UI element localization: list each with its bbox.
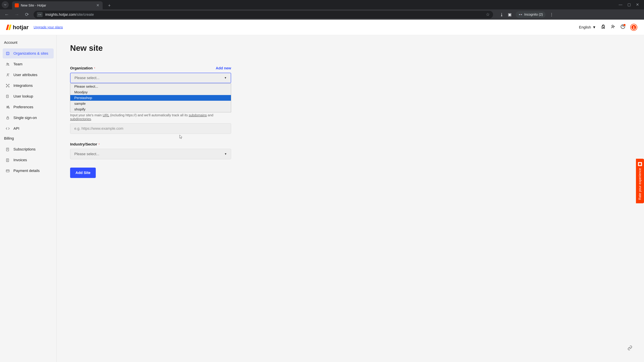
url-help-link[interactable]: URL — [103, 113, 109, 117]
add-site-button[interactable]: Add Site — [70, 168, 96, 178]
subdirectories-help-link[interactable]: subdirectories — [70, 117, 91, 121]
incognito-badge[interactable]: 👓 Incognito (2) — [516, 11, 546, 18]
industry-select[interactable]: Please select... ▼ — [70, 149, 231, 159]
sidebar-item-integrations[interactable]: Integrations — [3, 81, 54, 91]
page-title: New site — [70, 43, 630, 53]
maximize-icon[interactable]: ▢ — [628, 2, 631, 7]
feedback-label: Rate your experience — [638, 168, 642, 200]
reload-button[interactable]: ⟳ — [24, 12, 30, 17]
sidebar-item-subscriptions[interactable]: Subscriptions — [3, 144, 54, 154]
svg-point-2 — [633, 26, 634, 27]
url-bar[interactable]: ⊶ insights.hotjar.com/site/create ☆ — [34, 11, 493, 18]
sidebar: Account Organizations & sites Team — [0, 35, 57, 362]
form-group-organization: Organization * Add new Please select... … — [70, 66, 231, 83]
avatar[interactable] — [630, 24, 637, 31]
bookmark-icon[interactable]: ☆ — [486, 12, 490, 17]
building-icon — [5, 51, 10, 56]
sidebar-item-label: Single sign-on — [14, 116, 37, 120]
dropdown-option-shopify[interactable]: shopify — [70, 106, 231, 112]
header-right: English ▼ — [579, 24, 637, 31]
site-info-icon[interactable]: ⊶ — [37, 12, 42, 17]
upgrade-link[interactable]: Upgrade your plans — [34, 25, 63, 29]
language-label: English — [579, 25, 591, 29]
tab-favicon-icon — [15, 3, 19, 7]
window-controls: — ▢ ✕ — [619, 2, 644, 7]
organization-select[interactable]: Please select... ▼ — [70, 73, 231, 83]
svg-rect-19 — [6, 170, 9, 172]
svg-point-6 — [7, 74, 8, 75]
sidebar-item-label: User lookup — [14, 94, 33, 98]
svg-rect-20 — [639, 163, 641, 165]
sidebar-item-user-attributes[interactable]: User attributes — [3, 70, 54, 80]
user-attributes-icon — [5, 72, 10, 77]
url-text: insights.hotjar.com/site/create — [45, 12, 94, 17]
sidebar-item-organizations[interactable]: Organizations & sites — [3, 48, 54, 58]
site-url-input[interactable] — [70, 123, 231, 134]
reader-icon[interactable]: ▣ — [508, 12, 512, 17]
team-icon — [5, 62, 10, 66]
downloads-icon[interactable]: ⭳ — [500, 12, 504, 17]
select-value: Please select... — [74, 76, 100, 80]
mouse-cursor-icon — [180, 135, 183, 140]
new-tab-button[interactable]: + — [106, 2, 113, 9]
incognito-label: Incognito (2) — [524, 12, 543, 16]
sidebar-item-label: Preferences — [14, 105, 33, 109]
logo-text: hotjar — [13, 24, 28, 30]
subscriptions-icon — [5, 147, 10, 152]
browser-tab[interactable]: New Site - Hotjar ✕ — [12, 1, 103, 9]
required-indicator: * — [94, 67, 95, 70]
help-icon[interactable] — [620, 24, 625, 30]
sidebar-item-sso[interactable]: Single sign-on — [3, 113, 54, 123]
sidebar-item-label: Integrations — [14, 83, 33, 88]
app-body: Account Organizations & sites Team — [0, 35, 644, 362]
sidebar-item-preferences[interactable]: Preferences — [3, 102, 54, 112]
logo-mark-icon — [7, 25, 12, 30]
forward-button[interactable]: → — [14, 12, 20, 17]
subdomains-help-link[interactable]: subdomains — [189, 113, 207, 117]
chevron-down-icon: ▼ — [224, 152, 227, 156]
add-new-organization-link[interactable]: Add new — [216, 66, 231, 70]
sidebar-item-team[interactable]: Team — [3, 59, 54, 69]
browser-menu-icon[interactable]: ⋮ — [550, 12, 554, 17]
label-row: Industry/Sector * — [70, 142, 231, 146]
sidebar-item-label: Organizations & sites — [14, 51, 48, 56]
app-header: hotjar Upgrade your plans English ▼ — [0, 19, 644, 35]
lookup-icon — [5, 94, 10, 99]
dropdown-option-perstashop[interactable]: Perstashop — [70, 95, 231, 101]
language-selector[interactable]: English ▼ — [579, 25, 596, 29]
label-row: Organization * Add new — [70, 66, 231, 70]
svg-point-5 — [8, 63, 9, 64]
close-tab-icon[interactable]: ✕ — [96, 3, 99, 7]
minimize-icon[interactable]: — — [619, 2, 622, 7]
code-icon — [5, 126, 10, 131]
tab-search-button[interactable] — [2, 1, 9, 8]
logo[interactable]: hotjar — [7, 24, 28, 30]
svg-point-10 — [6, 86, 7, 87]
dropdown-option-sample[interactable]: sample — [70, 101, 231, 106]
incognito-icon: 👓 — [518, 12, 522, 16]
card-icon — [5, 168, 10, 173]
close-icon[interactable]: ✕ — [636, 2, 639, 7]
link-icon[interactable] — [626, 344, 634, 352]
sidebar-item-label: Team — [14, 62, 22, 66]
feedback-tab[interactable]: Rate your experience — [636, 159, 644, 203]
sidebar-item-label: API — [14, 126, 19, 131]
chevron-down-icon: ▼ — [224, 76, 227, 79]
sidebar-item-api[interactable]: API — [3, 123, 54, 134]
extensions-icon[interactable] — [601, 24, 606, 30]
svg-point-9 — [8, 84, 9, 85]
sidebar-item-invoices[interactable]: Invoices — [3, 155, 54, 165]
back-button[interactable]: ← — [3, 12, 10, 17]
add-user-icon[interactable] — [611, 24, 616, 30]
invoices-icon — [5, 158, 10, 162]
sidebar-item-payment-details[interactable]: Payment details — [3, 166, 54, 176]
smiley-icon — [638, 162, 642, 166]
dropdown-option-placeholder[interactable]: Please select... — [70, 84, 231, 89]
sidebar-item-user-lookup[interactable]: User lookup — [3, 91, 54, 101]
main-content: New site Organization * Add new Please s… — [57, 35, 644, 362]
sidebar-item-label: Invoices — [14, 158, 27, 162]
dropdown-option-moodjoy[interactable]: Moodjoy — [70, 89, 231, 95]
preferences-icon — [5, 105, 10, 109]
industry-label: Industry/Sector — [70, 142, 97, 146]
svg-rect-3 — [6, 52, 9, 55]
